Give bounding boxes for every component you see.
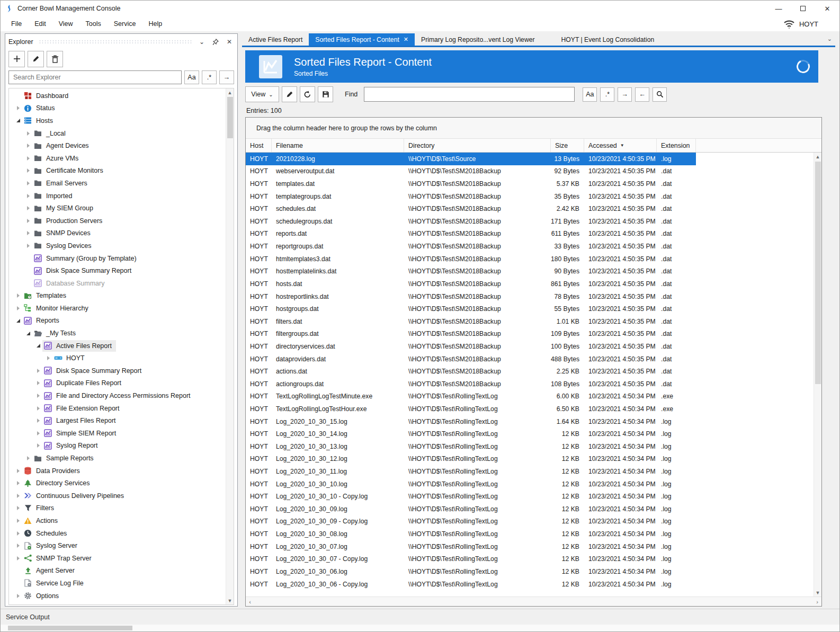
collapse-arrow-icon[interactable] xyxy=(34,344,42,348)
tree-item-body[interactable]: Actions xyxy=(22,515,62,527)
table-row[interactable]: HOYTLog_2020_10_30_09 - Copy.log\\HOYT\D… xyxy=(246,515,696,528)
collapse-arrow-icon[interactable] xyxy=(24,332,32,335)
add-button[interactable] xyxy=(8,51,25,67)
maximize-button[interactable] xyxy=(791,1,815,16)
tree-item-hoyt[interactable]: HOYT xyxy=(10,352,225,364)
close-button[interactable]: ✕ xyxy=(815,1,839,16)
expand-arrow-icon[interactable] xyxy=(14,506,22,510)
expand-arrow-icon[interactable] xyxy=(34,394,42,398)
expand-arrow-icon[interactable] xyxy=(14,306,22,310)
tree-item-imported[interactable]: Imported xyxy=(10,190,225,202)
scrollbar-thumb[interactable] xyxy=(8,626,132,630)
delete-button[interactable] xyxy=(47,51,63,67)
expand-arrow-icon[interactable] xyxy=(34,381,42,385)
tree-item-syslog-server[interactable]: Syslog Server xyxy=(10,539,225,552)
expand-arrow-icon[interactable] xyxy=(14,556,22,560)
column-header-directory[interactable]: Directory xyxy=(404,139,551,152)
tree-item-body[interactable]: _Local xyxy=(32,128,70,139)
tree-item-simple-siem-report[interactable]: Simple SIEM Report xyxy=(10,427,225,440)
tree-item-body[interactable]: My SIEM Group xyxy=(32,202,97,214)
grid-vertical-scrollbar[interactable]: ▲ ▼ xyxy=(814,153,821,597)
table-row[interactable]: HOYTLog_2020_10_30_11.log\\HOYT\D$\Test\… xyxy=(246,465,696,478)
tree-item-file-extension-report[interactable]: File Extension Report xyxy=(10,402,225,415)
expand-arrow-icon[interactable] xyxy=(14,494,22,498)
tree-item-body[interactable]: Production Servers xyxy=(32,215,106,227)
table-row[interactable]: HOYTTextLogRollingLogTestMinute.exe\\HOY… xyxy=(246,390,696,403)
expand-arrow-icon[interactable] xyxy=(24,219,32,223)
column-header-filename[interactable]: Filename xyxy=(272,139,404,152)
tab-close-icon[interactable]: ✕ xyxy=(404,36,408,43)
scroll-down-icon[interactable]: ▼ xyxy=(814,589,821,597)
expand-arrow-icon[interactable] xyxy=(24,244,32,248)
tree-item-local[interactable]: _Local xyxy=(10,127,225,140)
match-case-button[interactable]: Aa xyxy=(583,87,597,102)
table-row[interactable]: HOYTactions.dat\\HOYT\D$\Test\SM2018Back… xyxy=(246,365,696,378)
expand-arrow-icon[interactable] xyxy=(24,168,32,173)
table-row[interactable]: HOYTLog_2020_10_30_06 - Copy.log\\HOYT\D… xyxy=(246,578,696,591)
tree-item-monitor-hierarchy[interactable]: Monitor Hierarchy xyxy=(10,302,225,315)
tree-item-sample-reports[interactable]: Sample Reports xyxy=(10,452,225,465)
explorer-search-next-button[interactable]: → xyxy=(219,70,234,84)
tab-hoyt-event-log-consolidation[interactable]: HOYT | Event Log Consolidation xyxy=(555,33,661,46)
tree-item-body[interactable]: Email Servers xyxy=(32,177,92,189)
menu-item-tools[interactable]: Tools xyxy=(79,16,108,31)
tree-item-production-servers[interactable]: Production Servers xyxy=(10,215,225,227)
tree-item-body[interactable]: Dashboard xyxy=(22,90,73,102)
tree-item-largest-files-report[interactable]: Largest Files Report xyxy=(10,414,225,427)
table-row[interactable]: HOYThtmltemplates3.dat\\HOYT\D$\Test\SM2… xyxy=(246,253,696,265)
tree-item-body[interactable]: Syslog Server xyxy=(22,540,82,551)
scrollbar-thumb[interactable] xyxy=(227,97,233,138)
tree-item-database-summary[interactable]: Database Summary xyxy=(10,277,225,290)
expand-arrow-icon[interactable] xyxy=(14,481,22,485)
tree-item-body[interactable]: Agent Server xyxy=(22,565,79,576)
tree-item-body[interactable]: Sample Reports xyxy=(32,452,98,464)
table-row[interactable]: HOYTLog_2020_10_30_09.log\\HOYT\D$\Test\… xyxy=(246,503,696,515)
column-header-size[interactable]: Size xyxy=(551,139,584,152)
tab-sorted-files-report-content[interactable]: Sorted Files Report - Content✕ xyxy=(309,33,415,46)
tree-item-body[interactable]: Data Providers xyxy=(22,465,84,477)
expand-arrow-icon[interactable] xyxy=(34,443,42,448)
table-row[interactable]: HOYTtemplates.dat\\HOYT\D$\Test\SM2018Ba… xyxy=(246,177,696,190)
table-row[interactable]: HOYTLog_2020_10_30_06.log\\HOYT\D$\Test\… xyxy=(246,565,696,578)
edit-button[interactable] xyxy=(28,51,44,67)
expand-arrow-icon[interactable] xyxy=(24,181,32,185)
tree-item-body[interactable]: Service Log File xyxy=(22,577,88,589)
tree-item-body[interactable]: Duplicate Files Report xyxy=(42,377,126,389)
table-row[interactable]: HOYTLog_2020_10_30_07 - Copy.log\\HOYT\D… xyxy=(246,553,696,566)
tab-primary-log-reposito-vent-log-viewer[interactable]: Primary Log Reposito...vent Log Viewer xyxy=(415,33,541,46)
collapse-arrow-icon[interactable] xyxy=(14,319,22,323)
expand-arrow-icon[interactable] xyxy=(14,594,22,598)
scroll-up-icon[interactable]: ▲ xyxy=(814,153,821,161)
tree-item-summary-group-by-template[interactable]: Summary (Group by Template) xyxy=(10,252,225,265)
tree-item-body[interactable]: Summary (Group by Template) xyxy=(32,253,141,264)
expand-arrow-icon[interactable] xyxy=(24,156,32,161)
tree-item-license[interactable]: License xyxy=(10,602,225,605)
tree-item-body[interactable]: Largest Files Report xyxy=(42,415,120,426)
expand-arrow-icon[interactable] xyxy=(24,206,32,210)
table-row[interactable]: HOYTLog_2020_10_30_08.log\\HOYT\D$\Test\… xyxy=(246,528,696,540)
tree-item-body[interactable]: Database Summary xyxy=(32,278,109,289)
table-row[interactable]: HOYTLog_2020_10_30_14.log\\HOYT\D$\Test\… xyxy=(246,428,696,440)
tree-item-body[interactable]: Filters xyxy=(22,502,58,514)
tree-item-body[interactable]: File and Directory Access Permissions Re… xyxy=(42,390,195,402)
tab-overflow-chevron-icon[interactable]: ⌄ xyxy=(827,35,832,42)
tree-item-schedules[interactable]: Schedules xyxy=(10,527,225,540)
pin-icon[interactable] xyxy=(211,37,220,47)
scrollbar-thumb[interactable] xyxy=(815,162,821,384)
table-row[interactable]: HOYTLog_2020_10_30_10 - Copy.log\\HOYT\D… xyxy=(246,490,696,503)
scroll-down-icon[interactable]: ▼ xyxy=(226,597,234,604)
expand-arrow-icon[interactable] xyxy=(24,144,32,148)
table-row[interactable]: HOYThostreportlinks.dat\\HOYT\D$\Test\SM… xyxy=(246,290,696,303)
tree-item-body[interactable]: HOYT xyxy=(52,352,89,364)
expand-arrow-icon[interactable] xyxy=(14,293,22,298)
menu-item-file[interactable]: File xyxy=(5,16,28,31)
tree-item-snmp-devices[interactable]: SNMP Devices xyxy=(10,227,225,240)
table-row[interactable]: HOYTLog_2020_10_30_12.log\\HOYT\D$\Test\… xyxy=(246,453,696,466)
tree-item-filters[interactable]: Filters xyxy=(10,502,225,515)
tree-item-email-servers[interactable]: Email Servers xyxy=(10,177,225,190)
expand-arrow-icon[interactable] xyxy=(24,194,32,198)
find-next-button[interactable]: → xyxy=(618,87,632,102)
tree-item-directory-services[interactable]: Directory Services xyxy=(10,477,225,489)
tree-item-selected-highlight[interactable]: Active Files Report xyxy=(42,340,116,352)
tree-item-body[interactable]: Syslog Report xyxy=(42,440,102,451)
